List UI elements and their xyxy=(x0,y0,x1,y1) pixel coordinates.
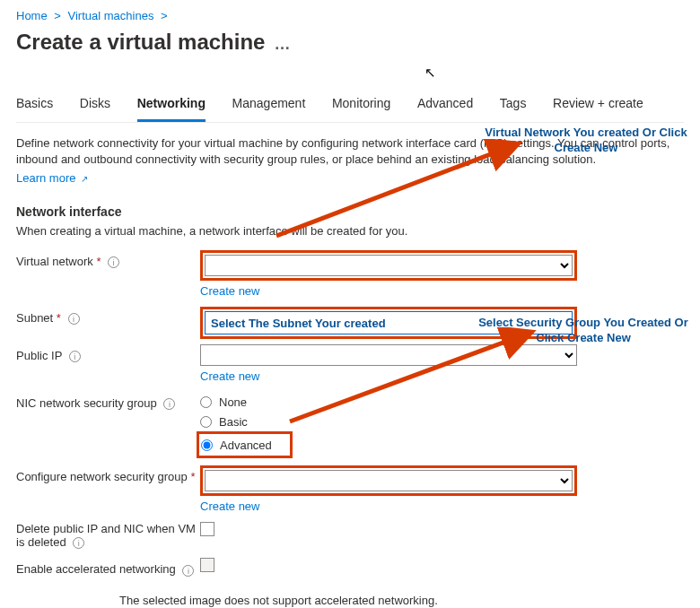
nsg-radio-none[interactable] xyxy=(200,396,212,408)
vnet-label: Virtual network * i xyxy=(16,250,200,268)
chevron-right-icon: > xyxy=(54,9,61,22)
tab-disks[interactable]: Disks xyxy=(80,91,110,119)
breadcrumb-home[interactable]: Home xyxy=(16,9,48,22)
info-icon[interactable]: i xyxy=(68,313,80,325)
info-icon[interactable]: i xyxy=(108,256,119,268)
nsg-label: NIC network security group i xyxy=(16,392,200,410)
vnet-create-new[interactable]: Create new xyxy=(200,284,259,298)
nsg-radio-advanced[interactable] xyxy=(201,439,213,451)
page-title: Create a virtual machine… xyxy=(16,30,684,55)
nsg-basic-label: Basic xyxy=(219,415,248,429)
breadcrumb: Home > Virtual machines > xyxy=(16,0,684,28)
cfg-nsg-create-new[interactable]: Create new xyxy=(200,499,259,513)
delete-pip-label: Delete public IP and NIC when VM is dele… xyxy=(16,522,200,549)
info-icon[interactable]: i xyxy=(182,565,194,577)
tab-management[interactable]: Management xyxy=(232,91,306,119)
breadcrumb-vms[interactable]: Virtual machines xyxy=(68,9,154,22)
cfg-nsg-select[interactable] xyxy=(205,470,573,491)
annotation-vnet: Virtual Network You created Or Click Cre… xyxy=(474,126,698,156)
annotation-nsg: Select Security Group You Created Or Cli… xyxy=(467,316,700,346)
ni-description: When creating a virtual machine, a netwo… xyxy=(16,224,684,238)
cursor-icon: ↖ xyxy=(424,65,436,81)
accel-net-label: Enable accelerated networking i xyxy=(16,558,200,576)
cfg-nsg-label: Configure network security group * xyxy=(16,465,200,483)
tab-advanced[interactable]: Advanced xyxy=(417,91,473,119)
info-icon[interactable]: i xyxy=(69,351,81,362)
wizard-tabs: Basics Disks Networking Management Monit… xyxy=(16,91,684,123)
info-icon[interactable]: i xyxy=(73,537,84,549)
pip-create-new[interactable]: Create new xyxy=(200,369,259,383)
learn-more-link[interactable]: Learn more ↗ xyxy=(16,171,88,185)
vnet-select[interactable] xyxy=(205,255,573,276)
tab-tags[interactable]: Tags xyxy=(500,91,527,119)
chevron-right-icon: > xyxy=(161,9,168,22)
subnet-label: Subnet * i xyxy=(16,307,200,325)
delete-pip-checkbox[interactable] xyxy=(200,522,214,536)
nsg-none-label: None xyxy=(219,395,247,409)
tab-review[interactable]: Review + create xyxy=(553,91,643,119)
nsg-radio-basic[interactable] xyxy=(200,416,212,428)
nsg-advanced-label: Advanced xyxy=(220,439,272,452)
public-ip-select[interactable] xyxy=(200,344,577,366)
tab-basics[interactable]: Basics xyxy=(16,91,53,119)
tab-networking[interactable]: Networking xyxy=(137,91,206,122)
section-network-interface: Network interface xyxy=(16,204,684,219)
more-icon[interactable]: … xyxy=(274,35,290,53)
public-ip-label: Public IP i xyxy=(16,344,200,362)
external-link-icon: ↗ xyxy=(81,174,88,184)
accel-net-note: The selected image does not support acce… xyxy=(119,594,684,607)
info-icon[interactable]: i xyxy=(163,398,175,410)
accel-net-checkbox xyxy=(200,558,214,572)
tab-monitoring[interactable]: Monitoring xyxy=(332,91,390,119)
